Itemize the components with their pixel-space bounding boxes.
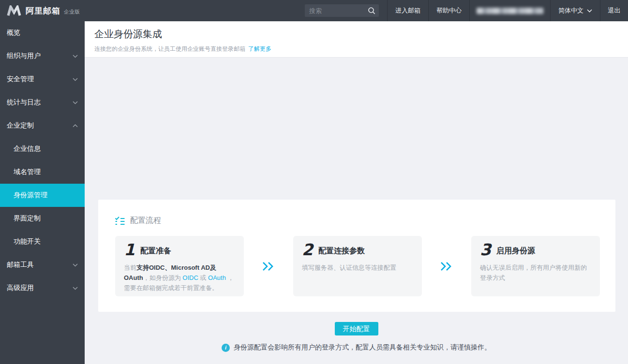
step-number: 1 [124,243,135,257]
alimail-m-logo-icon [7,5,21,16]
chevron-down-icon [73,55,78,58]
sidebar-item-label: 统计与日志 [7,98,41,107]
chevron-down-icon [73,263,78,267]
config-flow-card: 配置流程 1 配置准备 当前支持OIDC、Microsoft AD及OAuth，… [98,200,615,312]
sidebar-item-label: 邮箱工具 [7,261,34,269]
sidebar-item-feature-switch[interactable]: 功能开关 [0,230,85,253]
sidebar-item-label: 概览 [7,29,20,37]
start-config-button[interactable]: 开始配置 [335,322,378,335]
sidebar-item-overview[interactable]: 概览 [0,21,85,44]
oidc-link[interactable]: OIDC [182,274,198,281]
sidebar-item-ui-custom[interactable]: 界面定制 [0,207,85,230]
sidebar-item-enterprise-custom[interactable]: 企业定制 [0,114,85,137]
help-center-button[interactable]: 帮助中心 [428,0,469,21]
brand: 阿里邮箱 企业版 [0,5,80,16]
step-card-1: 1 配置准备 当前支持OIDC、Microsoft AD及OAuth，如身份源为… [115,236,244,296]
double-chevron-right-icon [262,262,275,271]
language-selector[interactable]: 简体中文 [550,0,600,21]
sidebar-item-mail-tools[interactable]: 邮箱工具 [0,253,85,277]
step-description: 确认无误后启用，所有用户将使用新的登录方式 [480,262,591,283]
sidebar-item-label: 身份源管理 [14,191,47,200]
actions-row: 开始配置 [85,322,628,335]
step-number: 3 [480,243,491,257]
caution-note: i 身份源配置会影响所有用户的登录方式，配置人员需具备相关专业知识，请谨慎操作。 [85,343,628,352]
sidebar-item-label: 安全管理 [7,75,34,84]
search-icon[interactable] [368,7,375,15]
info-icon: i [222,344,230,352]
brand-edition: 企业版 [64,8,80,15]
sidebar-item-label: 高级应用 [7,284,34,292]
page-subtitle-text: 连接您的企业身份系统，让员工使用企业账号直接登录邮箱 [94,45,245,52]
sidebar-item-label: 企业信息 [14,145,41,153]
step-description: 填写服务器、认证信息等连接配置 [302,262,413,273]
step-number: 2 [302,243,313,257]
flow-section-title: 配置流程 [130,216,161,226]
sidebar-item-advanced-apps[interactable]: 高级应用 [0,277,85,300]
checklist-icon [115,217,125,225]
sidebar-item-label: 界面定制 [14,214,41,223]
step-header: 1 配置准备 [124,243,235,257]
chevron-down-icon [73,78,78,81]
step-connector [422,262,471,271]
brand-name: 阿里邮箱 [26,5,60,16]
page-header: 企业身份源集成 连接您的企业身份系统，让员工使用企业账号直接登录邮箱了解更多 [85,21,628,58]
chevron-up-icon [73,124,78,128]
step-description: 当前支持OIDC、Microsoft AD及OAuth，如身份源为 OIDC 或… [124,262,235,293]
topbar: 阿里邮箱 企业版 进入邮箱 帮助中心 简体中文 退出 [0,0,628,21]
sidebar-item-domain-management[interactable]: 域名管理 [0,160,85,184]
page-subtitle: 连接您的企业身份系统，让员工使用企业账号直接登录邮箱了解更多 [94,45,628,53]
page-title: 企业身份源集成 [94,28,628,41]
sidebar-item-label: 组织与用户 [7,52,41,60]
flow-steps: 1 配置准备 当前支持OIDC、Microsoft AD及OAuth，如身份源为… [115,236,600,296]
sidebar-item-label: 域名管理 [14,168,41,176]
logout-button[interactable]: 退出 [600,0,628,21]
caution-note-text: 身份源配置会影响所有用户的登录方式，配置人员需具备相关专业知识，请谨慎操作。 [234,343,491,352]
sidebar-item-label: 企业定制 [7,121,34,130]
learn-more-link[interactable]: 了解更多 [248,45,271,52]
sidebar: 概览 组织与用户 安全管理 统计与日志 企业定制 企业信息 域名管理 身份源管理… [0,21,85,364]
chevron-down-icon [73,101,78,104]
sidebar-item-identity-source[interactable]: 身份源管理 [0,184,85,207]
search-box[interactable] [305,4,379,17]
account-blur [477,8,543,14]
step1-desc-mid2: 或 [198,274,208,281]
step-connector [244,262,293,271]
step1-desc-mid1: ，如身份源为 [143,274,183,281]
step-title: 配置连接参数 [318,246,365,257]
account-name-masked[interactable] [469,0,550,21]
step-card-2: 2 配置连接参数 填写服务器、认证信息等连接配置 [293,236,422,296]
enter-mailbox-button[interactable]: 进入邮箱 [387,0,428,21]
flow-section-header: 配置流程 [115,216,600,226]
sidebar-item-enterprise-info[interactable]: 企业信息 [0,137,85,160]
oauth-link[interactable]: OAuth [208,274,226,281]
sidebar-item-security[interactable]: 安全管理 [0,68,85,91]
sidebar-item-stats-logs[interactable]: 统计与日志 [0,91,85,114]
sidebar-item-label: 功能开关 [14,237,41,246]
step-card-3: 3 启用身份源 确认无误后启用，所有用户将使用新的登录方式 [471,236,600,296]
step-title: 启用身份源 [496,246,535,257]
step1-desc-prefix: 当前 [124,264,136,271]
chevron-down-icon [587,9,592,13]
step-header: 3 启用身份源 [480,243,591,257]
chevron-down-icon [73,287,78,290]
sidebar-item-org-users[interactable]: 组织与用户 [0,44,85,68]
step-header: 2 配置连接参数 [302,243,413,257]
double-chevron-right-icon [440,262,453,271]
language-label: 简体中文 [558,6,583,15]
step-title: 配置准备 [140,246,171,257]
search-input[interactable] [309,7,368,15]
